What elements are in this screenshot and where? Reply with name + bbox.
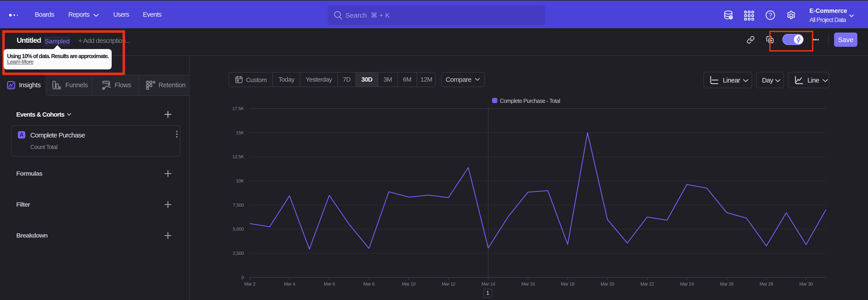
svg-text:?: ? — [769, 11, 772, 19]
